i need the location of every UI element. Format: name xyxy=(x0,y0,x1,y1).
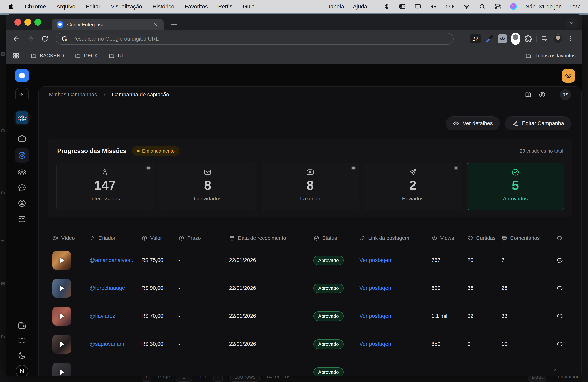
sidebar-home-icon[interactable] xyxy=(17,134,27,143)
account-avatar[interactable]: RS xyxy=(560,89,571,100)
column-header-comenta-rios[interactable]: Comentários xyxy=(496,230,551,246)
close-window-button[interactable] xyxy=(14,19,21,26)
tab-close-icon[interactable] xyxy=(153,22,158,27)
column-header-link-da-postagem[interactable]: Link da postagem xyxy=(354,230,426,246)
cell-video[interactable] xyxy=(47,302,84,330)
view-details-button[interactable]: Ver detalhes xyxy=(446,116,500,131)
stat-card-enviados[interactable]: 2Enviados xyxy=(364,163,462,210)
cell-post-link[interactable]: Ver postagem xyxy=(354,302,426,330)
sidebar-store-icon[interactable] xyxy=(17,214,27,223)
cell-post-link[interactable]: Ver postagem xyxy=(354,330,426,358)
sidebar-guide-icon[interactable] xyxy=(17,336,27,345)
workspace-badge[interactable]: bolsa click xyxy=(14,110,30,125)
sidebar-profile-icon[interactable] xyxy=(17,199,27,208)
view-post-link[interactable]: Ver postagem xyxy=(359,341,393,347)
bookmark-folder-deck[interactable]: DECK xyxy=(75,53,98,59)
sidebar-wallet-icon[interactable] xyxy=(17,321,27,330)
cell-video[interactable] xyxy=(47,358,84,376)
menu-histo-rico[interactable]: Histórico xyxy=(153,3,174,10)
menu-janela[interactable]: Janela xyxy=(328,3,344,10)
cell-post-link[interactable]: Ver postagem xyxy=(354,274,426,302)
extension-fonts-icon[interactable]: f? xyxy=(470,34,481,43)
view-post-link[interactable]: Ver postagem xyxy=(359,313,393,319)
conty-logo[interactable] xyxy=(15,69,29,82)
stat-card-aprovados[interactable]: 5Aprovados xyxy=(467,163,564,210)
sidebar-theme-icon[interactable] xyxy=(17,351,27,360)
menu-clock[interactable]: Sáb. 31 de jan. 15:27 xyxy=(525,3,580,10)
wifi-icon[interactable] xyxy=(463,3,470,10)
all-bookmarks[interactable]: Todos os favoritos xyxy=(510,52,576,59)
menu-visualizac-a-o[interactable]: Visualização xyxy=(111,3,142,10)
forward-button[interactable] xyxy=(26,35,34,43)
control-center-icon[interactable] xyxy=(494,3,501,10)
menu-guia[interactable]: Guia xyxy=(243,3,255,10)
reload-button[interactable] xyxy=(41,35,49,43)
column-header-views[interactable]: Views xyxy=(426,230,462,246)
volume-icon[interactable] xyxy=(430,3,437,10)
sidebar-messages-icon[interactable] xyxy=(17,183,27,192)
bookmark-folder-backend[interactable]: BACKEND xyxy=(31,53,64,59)
bluetooth-icon[interactable] xyxy=(383,3,390,10)
minimize-window-button[interactable] xyxy=(24,19,31,26)
column-header-curtidas[interactable]: Curtidas xyxy=(462,230,496,246)
new-tab-button[interactable] xyxy=(170,20,178,28)
cell-creator[interactable] xyxy=(84,358,136,376)
zoom-window-button[interactable] xyxy=(34,19,41,26)
extension-toggle-icon[interactable] xyxy=(511,33,520,45)
sidebar-creators-icon[interactable] xyxy=(17,167,27,177)
browser-menu-icon[interactable] xyxy=(567,34,575,42)
extensions-puzzle-icon[interactable] xyxy=(524,34,532,43)
address-bar[interactable]: G Pesquisar no Google ou digitar URL xyxy=(56,33,454,45)
browser-profile-avatar[interactable] xyxy=(554,34,562,43)
display-icon[interactable] xyxy=(414,3,421,10)
siri-icon[interactable] xyxy=(510,3,517,10)
apps-grid-icon[interactable] xyxy=(12,52,20,59)
menu-ajuda[interactable]: Ajuda xyxy=(353,3,367,10)
billing-dollar-icon[interactable] xyxy=(539,91,546,98)
menu-perfis[interactable]: Perfis xyxy=(218,3,232,10)
cell-chat[interactable] xyxy=(551,358,581,376)
video-thumbnail[interactable] xyxy=(52,279,71,298)
cell-chat[interactable] xyxy=(551,246,581,274)
cell-creator[interactable]: @flaviarez xyxy=(84,302,136,330)
cell-creator[interactable]: @sagiovanam xyxy=(84,330,136,358)
media-playlist-icon[interactable] xyxy=(541,34,549,43)
extension-eyedropper-icon[interactable] xyxy=(485,34,494,43)
menu-favoritos[interactable]: Favoritos xyxy=(185,3,208,10)
cell-creator[interactable]: @ferochaaugc xyxy=(84,274,136,302)
scroll-caret-icon[interactable] xyxy=(553,367,558,372)
creator-handle-link[interactable]: @ferochaaugc xyxy=(90,285,125,291)
cell-video[interactable] xyxy=(47,274,84,302)
creator-handle-link[interactable]: @sagiovanam xyxy=(90,341,124,347)
video-thumbnail[interactable] xyxy=(52,363,71,376)
search-icon[interactable] xyxy=(479,3,486,10)
cell-chat[interactable] xyxy=(551,274,581,302)
sidebar-campaigns-active[interactable] xyxy=(15,148,29,163)
video-thumbnail[interactable] xyxy=(52,307,71,326)
apple-icon[interactable] xyxy=(8,3,14,11)
preview-eye-button[interactable] xyxy=(562,69,575,82)
extension-code-icon[interactable]: </> xyxy=(498,34,507,43)
column-header-valor[interactable]: Valor xyxy=(136,230,173,246)
cell-chat[interactable] xyxy=(551,330,581,358)
bookmark-folder-ui[interactable]: UI xyxy=(109,53,123,59)
column-header-prazo[interactable]: Prazo xyxy=(173,230,224,246)
creator-handle-link[interactable]: @amandahalves... xyxy=(90,257,135,263)
sidebar-collapse-button[interactable] xyxy=(15,88,29,101)
battery-charging-icon[interactable] xyxy=(446,3,454,10)
menu-arquivo[interactable]: Arquivo xyxy=(56,3,75,10)
cell-chat[interactable] xyxy=(551,302,581,330)
cell-video[interactable] xyxy=(47,330,84,358)
menu-app-name[interactable]: Chrome xyxy=(25,3,46,10)
video-thumbnail[interactable] xyxy=(52,335,71,354)
cell-post-link[interactable] xyxy=(354,358,426,376)
column-header-status[interactable]: Status xyxy=(308,230,354,246)
cell-creator[interactable]: @amandahalves... xyxy=(84,246,136,274)
guide-book-icon[interactable] xyxy=(525,91,532,98)
shortcuts-icon[interactable]: ⌘ xyxy=(399,3,406,10)
stat-card-fazendo[interactable]: 8Fazendo xyxy=(262,163,359,210)
column-header-data-de-recebimento[interactable]: Data de recebimento xyxy=(224,230,308,246)
column-header-vi-deo[interactable]: Vídeo xyxy=(47,230,84,246)
browser-tab[interactable]: Conty Enterprise xyxy=(52,19,164,30)
menu-editar[interactable]: Editar xyxy=(86,3,100,10)
